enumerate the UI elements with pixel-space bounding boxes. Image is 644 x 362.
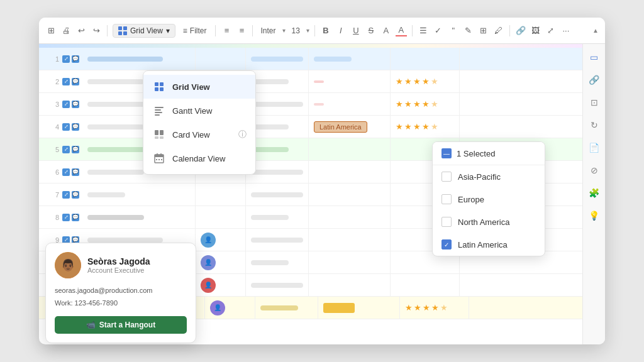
- row-number: 3: [45, 101, 59, 108]
- toolbar-icon-print[interactable]: 🖨: [60, 25, 72, 36]
- latin-america-option[interactable]: Latin America: [433, 233, 545, 256]
- north-america-checkbox[interactable]: [441, 217, 452, 227]
- svg-rect-1: [160, 82, 164, 86]
- star-4: ★: [422, 122, 430, 131]
- more-icon[interactable]: ···: [560, 25, 572, 36]
- row-comment-icon[interactable]: 💬: [72, 214, 79, 221]
- calendar-view-option-label: Calendar View: [172, 154, 225, 163]
- cell-avatar: 👤: [196, 229, 246, 251]
- toolbar-icon-redo[interactable]: ↪: [91, 25, 102, 36]
- cell-region: Latin America: [309, 116, 391, 138]
- toolbar-icon-undo[interactable]: ↩: [75, 25, 87, 36]
- star-1: ★: [396, 99, 403, 109]
- avatar: 👤: [210, 300, 225, 315]
- align-text-icon[interactable]: ☰: [418, 25, 429, 36]
- sidebar-monitor-icon[interactable]: ▭: [587, 50, 601, 64]
- check-icon[interactable]: ✓: [433, 25, 444, 36]
- row-comment-icon[interactable]: 💬: [72, 78, 79, 85]
- asia-pacific-checkbox[interactable]: [441, 172, 452, 182]
- filter-button[interactable]: ≡ Filter: [179, 25, 211, 37]
- row-expand-icon[interactable]: ⤢: [62, 191, 70, 199]
- asia-pacific-option[interactable]: Asia-Pacific: [433, 165, 545, 188]
- quote-icon[interactable]: ": [448, 25, 459, 36]
- cell-avatar: 👤: [205, 297, 255, 319]
- star-5: ★: [440, 303, 448, 312]
- row-comment-icon[interactable]: 💬: [72, 123, 79, 131]
- sidebar-layers-icon[interactable]: ⊡: [587, 96, 601, 109]
- card-view-info-icon[interactable]: ⓘ: [238, 129, 247, 140]
- highlight-icon[interactable]: A: [380, 25, 392, 36]
- star-1: ★: [396, 122, 403, 131]
- gantt-view-option[interactable]: Gantt View: [143, 99, 255, 123]
- europe-option[interactable]: Europe: [433, 188, 545, 211]
- row-expand-icon[interactable]: ⤢: [62, 168, 70, 176]
- font-arrow: ▾: [282, 27, 286, 34]
- calendar-view-option[interactable]: Calendar View: [143, 146, 255, 170]
- row-comment-icon[interactable]: 💬: [72, 101, 79, 108]
- star-rating: ★ ★ ★ ★ ★: [396, 77, 438, 86]
- strikethrough-icon[interactable]: S: [365, 25, 377, 36]
- gantt-option-icon: [152, 104, 166, 118]
- cell-text: [246, 184, 309, 206]
- bold-icon[interactable]: B: [320, 25, 331, 36]
- card-view-option[interactable]: Card View ⓘ: [143, 123, 255, 146]
- row-comment-icon[interactable]: 💬: [72, 55, 79, 63]
- toolbar-icon-grid[interactable]: ⊞: [45, 25, 57, 36]
- grid-view-option[interactable]: Grid View: [143, 75, 255, 99]
- latin-america-label: Latin America: [458, 240, 508, 250]
- sidebar-refresh-icon[interactable]: ↻: [587, 118, 601, 132]
- pencil-icon[interactable]: ✎: [463, 25, 474, 36]
- row-expand-icon[interactable]: ⤢: [62, 146, 70, 153]
- align-right-icon[interactable]: ≡: [236, 25, 247, 36]
- cell-region: [309, 93, 391, 115]
- text-color-icon[interactable]: A: [396, 25, 407, 36]
- row-comment-icon[interactable]: 💬: [72, 191, 79, 199]
- cell-region: [309, 229, 391, 251]
- align-left-icon[interactable]: ≡: [221, 25, 232, 36]
- north-america-label: North America: [458, 217, 509, 227]
- link-icon[interactable]: 🔗: [515, 25, 526, 36]
- europe-checkbox[interactable]: [441, 194, 452, 204]
- grid-option-icon: [152, 80, 166, 94]
- expand-icon[interactable]: ⤢: [545, 25, 557, 36]
- start-hangout-button[interactable]: 📹 Start a Hangout: [55, 316, 187, 334]
- cell-region: [309, 251, 391, 273]
- sidebar-bulb-icon[interactable]: 💡: [587, 209, 601, 222]
- svg-rect-15: [160, 153, 162, 156]
- cell-region: [318, 297, 400, 319]
- row-comment-icon[interactable]: 💬: [72, 146, 79, 153]
- contact-name: Seòras Jagoda: [87, 256, 150, 266]
- paint-icon[interactable]: 🖊: [493, 25, 504, 36]
- star-rating: ★ ★ ★ ★ ★: [405, 303, 448, 312]
- row-action-icons: ⤢ 💬: [62, 168, 79, 176]
- underline-icon[interactable]: U: [350, 25, 362, 36]
- sidebar-puzzle-icon[interactable]: 🧩: [587, 186, 601, 200]
- north-america-option[interactable]: North America: [433, 211, 545, 233]
- cell-avatar: 👤: [196, 274, 246, 296]
- contact-avatar: 👨🏾: [55, 252, 81, 278]
- star-2: ★: [404, 99, 412, 109]
- sidebar-block-icon[interactable]: ⊘: [587, 163, 601, 177]
- row-expand-icon[interactable]: ⤢: [62, 123, 70, 131]
- sidebar-link-icon[interactable]: 🔗: [587, 73, 601, 87]
- cell-stars: ★ ★ ★ ★ ★: [400, 297, 469, 319]
- row-expand-icon[interactable]: ⤢: [62, 78, 70, 85]
- svg-rect-4: [155, 107, 164, 108]
- row-expand-icon[interactable]: ⤢: [62, 55, 70, 63]
- row-expand-icon[interactable]: ⤢: [62, 214, 70, 221]
- latin-america-checkbox[interactable]: [441, 239, 452, 250]
- italic-icon[interactable]: I: [335, 25, 347, 36]
- grid-view-chevron: ▾: [166, 26, 170, 35]
- font-size-selector[interactable]: 13: [289, 26, 303, 35]
- sidebar-file-icon[interactable]: 📄: [587, 141, 601, 155]
- cell-text: [255, 297, 318, 319]
- grid-view-button[interactable]: Grid View ▾: [113, 24, 175, 38]
- table-icon[interactable]: ⊞: [478, 25, 489, 36]
- cell-stars: [391, 48, 460, 70]
- toolbar-right: ▲: [592, 27, 599, 34]
- row-expand-icon[interactable]: ⤢: [62, 101, 70, 108]
- row-comment-icon[interactable]: 💬: [72, 168, 79, 176]
- image-icon[interactable]: 🖼: [530, 25, 541, 36]
- font-selector[interactable]: Inter: [258, 26, 278, 35]
- collapse-icon[interactable]: ▲: [592, 27, 599, 34]
